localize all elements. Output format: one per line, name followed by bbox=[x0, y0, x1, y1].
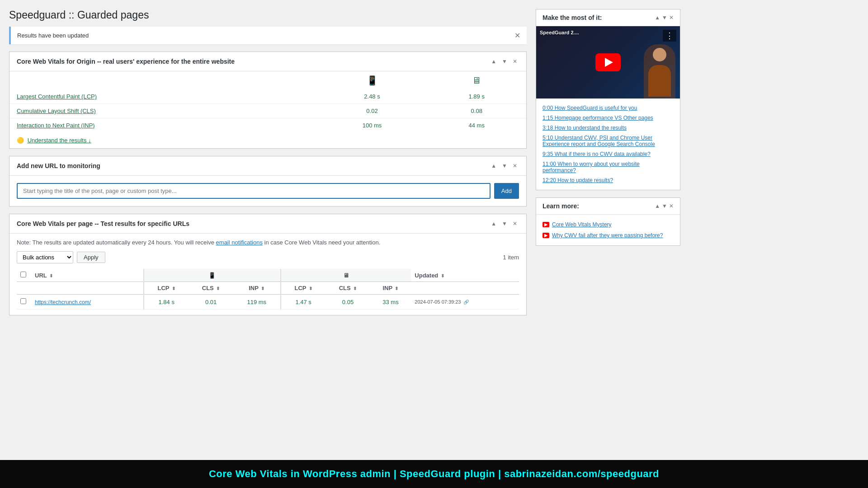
mobile-inp-header[interactable]: INP ⬍ bbox=[233, 282, 281, 295]
notice-bar: Results have been updated ✕ bbox=[9, 27, 527, 44]
desktop-value: 44 ms bbox=[427, 118, 527, 133]
learn-more-collapse-up[interactable]: ▲ bbox=[655, 203, 660, 209]
per-page-card: Core Web Vitals per page -- Test results… bbox=[9, 214, 527, 315]
metric-link[interactable]: Interaction to Next Paint (INP) bbox=[17, 122, 95, 129]
add-url-input[interactable] bbox=[17, 183, 491, 199]
toc-link[interactable]: 12:20 How to update results? bbox=[542, 177, 613, 183]
checkbox-spacer bbox=[17, 282, 31, 295]
per-page-collapse-down[interactable]: ▼ bbox=[500, 220, 509, 228]
select-all-checkbox[interactable] bbox=[20, 272, 26, 277]
toc-item: 5:10 Understand CWV, PSI and Chrome User… bbox=[542, 133, 674, 149]
add-url-card: Add new URL to monitoring ▲ ▼ ✕ Add bbox=[9, 156, 527, 206]
video-menu-icon[interactable]: ⋮ bbox=[663, 30, 676, 42]
add-url-body: Add bbox=[9, 176, 526, 206]
toc-link[interactable]: 3:18 How to understand the results bbox=[542, 125, 627, 131]
add-url-collapse-down[interactable]: ▼ bbox=[500, 162, 509, 170]
cwv-origin-collapse-up[interactable]: ▲ bbox=[489, 57, 498, 66]
page-title: Speedguard :: Guarded pages bbox=[9, 9, 527, 21]
table-row: https://techcrunch.com/ 1.84 s 0.01 119 … bbox=[17, 295, 519, 310]
toc-item: 3:18 How to understand the results bbox=[542, 123, 674, 133]
make-most-collapse-up[interactable]: ▲ bbox=[655, 14, 660, 21]
url-sort-icon: ⬍ bbox=[49, 273, 53, 278]
url-column-header[interactable]: URL ⬍ bbox=[31, 269, 144, 282]
metric-link[interactable]: Cumulative Layout Shift (CLS) bbox=[17, 108, 96, 114]
add-url-close[interactable]: ✕ bbox=[511, 162, 519, 170]
toc-item: 12:20 How to update results? bbox=[542, 175, 674, 185]
desktop-device-icon: 🖥 bbox=[343, 272, 349, 279]
toc-link[interactable]: 11:00 When to worry about your website p… bbox=[542, 161, 640, 174]
cwv-origin-close[interactable]: ✕ bbox=[511, 57, 519, 66]
cwv-origin-controls: ▲ ▼ ✕ bbox=[489, 57, 519, 66]
note-suffix: in case Core Web Vitals need your attent… bbox=[264, 239, 381, 246]
sidebar: Make the most of it: ▲ ▼ ✕ bbox=[536, 0, 680, 488]
desktop-inp-header[interactable]: INP ⬍ bbox=[370, 282, 411, 295]
make-most-controls: ▲ ▼ ✕ bbox=[655, 14, 674, 21]
metric-link[interactable]: Largest Contentful Paint (LCP) bbox=[17, 93, 97, 100]
toc-item: 9:35 What if there is no CWV data availa… bbox=[542, 149, 674, 159]
make-most-collapse-down[interactable]: ▼ bbox=[662, 14, 667, 21]
updated-subheader bbox=[411, 282, 519, 295]
toc-link[interactable]: 5:10 Understand CWV, PSI and Chrome User… bbox=[542, 135, 655, 147]
mobile-inp-value: 119 ms bbox=[233, 295, 281, 310]
updated-column-header[interactable]: Updated ⬍ bbox=[411, 269, 519, 282]
updated-sort-icon: ⬍ bbox=[441, 273, 444, 278]
desktop-lcp-header[interactable]: LCP ⬍ bbox=[281, 282, 326, 295]
per-page-close[interactable]: ✕ bbox=[511, 220, 519, 228]
mobile-value: 0.02 bbox=[317, 104, 427, 118]
cwv-origin-collapse-down[interactable]: ▼ bbox=[500, 57, 509, 66]
make-most-close[interactable]: ✕ bbox=[669, 14, 674, 21]
desktop-cls-value: 0.05 bbox=[326, 295, 370, 310]
add-url-row: Add bbox=[17, 183, 519, 199]
understand-link-row: 🟡 Understand the results ↓ bbox=[9, 132, 526, 148]
mobile-lcp-header[interactable]: LCP ⬍ bbox=[144, 282, 189, 295]
learn-more-card: Learn more: ▲ ▼ ✕ ▶Core Web Vitals Myste… bbox=[536, 197, 680, 246]
desktop-lcp-value: 1.47 s bbox=[281, 295, 326, 310]
learn-link[interactable]: Core Web Vitals Mystery bbox=[552, 221, 612, 228]
understand-results-link[interactable]: Understand the results ↓ bbox=[28, 137, 91, 144]
select-all-header bbox=[17, 269, 31, 282]
desktop-group-header: 🖥 bbox=[281, 269, 411, 282]
make-most-card: Make the most of it: ▲ ▼ ✕ bbox=[536, 9, 680, 190]
add-url-title: Add new URL to monitoring bbox=[17, 162, 100, 169]
learn-more-header: Learn more: ▲ ▼ ✕ bbox=[536, 198, 680, 215]
learn-link[interactable]: Why CWV fail after they were passing bef… bbox=[552, 232, 663, 239]
toc-link[interactable]: 9:35 What if there is no CWV data availa… bbox=[542, 151, 651, 157]
toc-link[interactable]: 1:15 Homepage performance VS Other pages bbox=[542, 115, 653, 121]
bulk-actions-select[interactable]: Bulk actions bbox=[17, 251, 73, 263]
add-url-button[interactable]: Add bbox=[494, 183, 519, 199]
toc-link[interactable]: 0:00 How SpeedGuard is useful for you bbox=[542, 105, 637, 111]
email-notifications-link[interactable]: email notifications bbox=[216, 239, 263, 246]
external-link-icon[interactable]: 🔗 bbox=[463, 300, 469, 305]
table-row: Largest Contentful Paint (LCP) 2.48 s 1.… bbox=[9, 89, 526, 104]
per-page-table: URL ⬍ 📱 🖥 Updated ⬍ bbox=[17, 269, 519, 310]
learn-more-close[interactable]: ✕ bbox=[669, 203, 674, 209]
desktop-cls-header[interactable]: CLS ⬍ bbox=[326, 282, 370, 295]
apply-button[interactable]: Apply bbox=[77, 252, 105, 263]
row-checkbox[interactable] bbox=[20, 298, 26, 304]
cwv-origin-header: Core Web Vitals for Origin -- real users… bbox=[9, 52, 526, 71]
url-subheader bbox=[31, 282, 144, 295]
video-play-button[interactable] bbox=[595, 53, 621, 71]
learn-more-title: Learn more: bbox=[542, 202, 579, 210]
learn-item: ▶Core Web Vitals Mystery bbox=[542, 219, 674, 230]
learn-more-controls: ▲ ▼ ✕ bbox=[655, 203, 674, 209]
notice-close-button[interactable]: ✕ bbox=[514, 31, 520, 40]
video-container[interactable]: ⋮ SpeedGuard 2.... bbox=[536, 26, 680, 99]
learn-more-collapse-down[interactable]: ▼ bbox=[662, 203, 667, 209]
desktop-inp-sort: ⬍ bbox=[395, 286, 398, 291]
row-checkbox-cell bbox=[17, 295, 31, 310]
per-page-collapse-up[interactable]: ▲ bbox=[489, 220, 498, 228]
table-row: Cumulative Layout Shift (CLS) 0.02 0.08 bbox=[9, 104, 526, 118]
desktop-lcp-sort: ⬍ bbox=[309, 286, 312, 291]
cwv-origin-body: 📱 🖥 Largest Contentful Paint (LCP) 2.48 … bbox=[9, 71, 526, 148]
notice-text: Results have been updated bbox=[17, 32, 89, 39]
url-link[interactable]: https://techcrunch.com/ bbox=[35, 299, 91, 305]
mobile-value: 100 ms bbox=[317, 118, 427, 133]
add-url-collapse-up[interactable]: ▲ bbox=[489, 162, 498, 170]
youtube-badge: ▶ bbox=[542, 233, 549, 238]
mobile-lcp-sort: ⬍ bbox=[172, 286, 175, 291]
cwv-origin-card: Core Web Vitals for Origin -- real users… bbox=[9, 52, 527, 149]
mobile-group-header: 📱 bbox=[144, 269, 281, 282]
mobile-cls-header[interactable]: CLS ⬍ bbox=[189, 282, 233, 295]
per-page-title: Core Web Vitals per page -- Test results… bbox=[17, 220, 189, 227]
